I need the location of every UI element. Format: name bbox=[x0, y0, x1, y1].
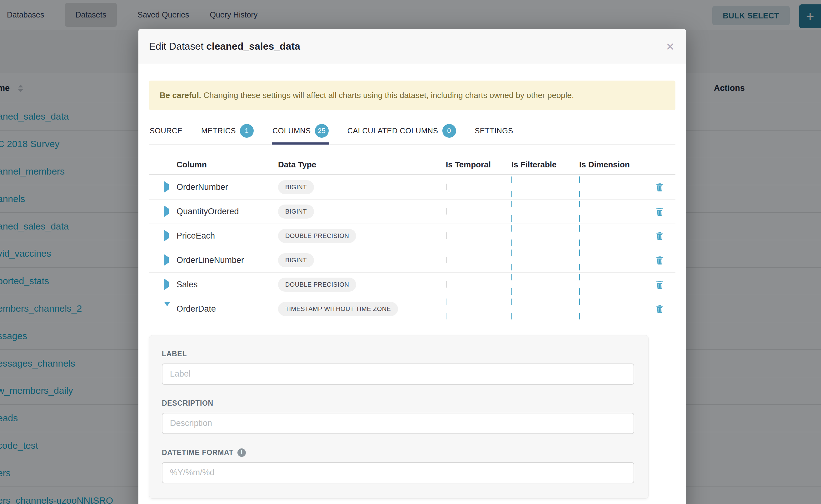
modal-title: Edit Dataset cleaned_sales_data bbox=[149, 41, 300, 52]
is-filterable-checkbox[interactable] bbox=[512, 299, 579, 319]
info-icon: i bbox=[237, 448, 246, 457]
column-row: OrderDate TIMESTAMP WITHOUT TIME ZONE bbox=[149, 297, 675, 321]
is-dimension-checkbox[interactable] bbox=[579, 274, 644, 295]
column-name: PriceEach bbox=[176, 231, 278, 241]
modal-body: Be careful. Changing these settings will… bbox=[138, 81, 686, 499]
column-row: Sales DOUBLE PRECISION bbox=[149, 273, 675, 297]
trash-icon bbox=[655, 255, 665, 265]
expand-caret-icon[interactable] bbox=[164, 230, 169, 241]
data-type-header: Data Type bbox=[278, 160, 446, 170]
is-filterable-header: Is Filterable bbox=[512, 160, 579, 170]
is-dimension-checkbox[interactable] bbox=[579, 201, 644, 222]
column-name: OrderLineNumber bbox=[176, 255, 278, 265]
column-header: Column bbox=[176, 160, 278, 170]
trash-icon bbox=[655, 280, 665, 289]
column-row: OrderLineNumber BIGINT bbox=[149, 248, 675, 273]
is-filterable-checkbox[interactable] bbox=[512, 225, 579, 246]
tab-label: METRICS bbox=[201, 126, 236, 135]
trash-icon bbox=[655, 182, 665, 192]
editor-field: DESCRIPTION bbox=[162, 399, 634, 434]
column-name: OrderNumber bbox=[176, 182, 278, 192]
column-editor-panel: LABEL DESCRIPTION DATETIME FORMAT i bbox=[149, 335, 649, 499]
field-label: LABEL bbox=[162, 350, 634, 358]
columns-table-header: Column Data Type Is Temporal Is Filterab… bbox=[149, 155, 675, 175]
is-filterable-checkbox[interactable] bbox=[512, 176, 579, 197]
data-type-pill: BIGINT bbox=[278, 205, 314, 219]
editor-field: LABEL bbox=[162, 350, 634, 385]
is-dimension-header: Is Dimension bbox=[579, 160, 644, 170]
column-name: OrderDate bbox=[176, 304, 278, 314]
is-filterable-checkbox[interactable] bbox=[512, 250, 579, 270]
is-dimension-checkbox[interactable] bbox=[579, 176, 644, 197]
expand-caret-icon[interactable] bbox=[164, 279, 169, 290]
field-label-text: DESCRIPTION bbox=[162, 399, 213, 408]
warning-banner-text: Changing these settings will affect all … bbox=[201, 91, 574, 100]
edit-dataset-modal: Edit Dataset cleaned_sales_data × Be car… bbox=[138, 29, 686, 504]
modal-tabs: SOURCE METRICS 1 COLUMNS 25 CALCULATED C… bbox=[149, 123, 675, 145]
modal-header: Edit Dataset cleaned_sales_data × bbox=[138, 29, 686, 64]
field-label: DATETIME FORMAT i bbox=[162, 448, 634, 457]
is-temporal-checkbox[interactable] bbox=[446, 184, 447, 190]
is-temporal-checkbox[interactable] bbox=[446, 257, 447, 263]
tab-label: COLUMNS bbox=[272, 126, 311, 135]
delete-column-button[interactable] bbox=[655, 231, 665, 241]
tab-label: CALCULATED COLUMNS bbox=[347, 126, 438, 135]
data-type-pill: BIGINT bbox=[278, 253, 314, 267]
field-label: DESCRIPTION bbox=[162, 399, 634, 408]
column-row: PriceEach DOUBLE PRECISION bbox=[149, 224, 675, 248]
tab-count-badge: 25 bbox=[315, 124, 329, 138]
column-row: QuantityOrdered BIGINT bbox=[149, 200, 675, 224]
delete-column-button[interactable] bbox=[655, 304, 665, 314]
expand-caret-icon[interactable] bbox=[164, 181, 169, 193]
is-temporal-checkbox[interactable] bbox=[446, 299, 512, 319]
tab-settings[interactable]: SETTINGS bbox=[474, 123, 514, 144]
tab-columns[interactable]: COLUMNS 25 bbox=[272, 123, 329, 144]
is-filterable-checkbox[interactable] bbox=[512, 274, 579, 295]
warning-banner: Be careful. Changing these settings will… bbox=[149, 81, 675, 110]
tab-label: SETTINGS bbox=[475, 126, 513, 135]
columns-table-body: OrderNumber BIGINT QuantityOrdered BIGIN… bbox=[149, 175, 675, 321]
trash-icon bbox=[655, 304, 665, 314]
column-name: Sales bbox=[176, 280, 278, 289]
warning-banner-bold: Be careful. bbox=[160, 91, 201, 100]
tab-label: SOURCE bbox=[150, 126, 182, 135]
field-input[interactable] bbox=[162, 462, 634, 483]
editor-field: DATETIME FORMAT i bbox=[162, 448, 634, 483]
field-label-text: LABEL bbox=[162, 350, 187, 358]
tab-metrics[interactable]: METRICS 1 bbox=[200, 123, 254, 144]
delete-column-button[interactable] bbox=[655, 207, 665, 216]
expand-caret-icon[interactable] bbox=[164, 254, 169, 266]
data-type-pill: DOUBLE PRECISION bbox=[278, 278, 356, 292]
modal-dataset-name: cleaned_sales_data bbox=[206, 41, 300, 52]
is-dimension-checkbox[interactable] bbox=[579, 299, 644, 319]
delete-column-button[interactable] bbox=[655, 255, 665, 265]
datasets-page: Databases Datasets Saved Queries Query H… bbox=[0, 0, 821, 504]
delete-column-button[interactable] bbox=[655, 280, 665, 289]
trash-icon bbox=[655, 207, 665, 216]
is-temporal-header: Is Temporal bbox=[446, 160, 512, 170]
trash-icon bbox=[655, 231, 665, 241]
is-temporal-checkbox[interactable] bbox=[446, 208, 447, 215]
data-type-pill: DOUBLE PRECISION bbox=[278, 229, 356, 243]
data-type-pill: TIMESTAMP WITHOUT TIME ZONE bbox=[278, 302, 398, 316]
field-input[interactable] bbox=[162, 363, 634, 385]
tab-count-badge: 0 bbox=[443, 124, 456, 138]
tab-calculated-columns[interactable]: CALCULATED COLUMNS 0 bbox=[347, 123, 457, 144]
column-name: QuantityOrdered bbox=[176, 207, 278, 216]
expand-caret-icon[interactable] bbox=[164, 205, 169, 217]
is-dimension-checkbox[interactable] bbox=[579, 250, 644, 270]
modal-title-prefix: Edit Dataset bbox=[149, 41, 206, 52]
expand-caret-icon[interactable] bbox=[164, 302, 170, 312]
field-input[interactable] bbox=[162, 413, 634, 434]
tab-source[interactable]: SOURCE bbox=[149, 123, 183, 144]
close-icon[interactable]: × bbox=[666, 40, 674, 53]
field-label-text: DATETIME FORMAT bbox=[162, 448, 233, 457]
data-type-pill: BIGINT bbox=[278, 180, 314, 194]
is-dimension-checkbox[interactable] bbox=[579, 225, 644, 246]
is-temporal-checkbox[interactable] bbox=[446, 281, 447, 288]
column-row: OrderNumber BIGINT bbox=[149, 175, 675, 200]
tab-count-badge: 1 bbox=[240, 124, 254, 138]
is-filterable-checkbox[interactable] bbox=[512, 201, 579, 222]
delete-column-button[interactable] bbox=[655, 182, 665, 192]
is-temporal-checkbox[interactable] bbox=[446, 232, 447, 239]
